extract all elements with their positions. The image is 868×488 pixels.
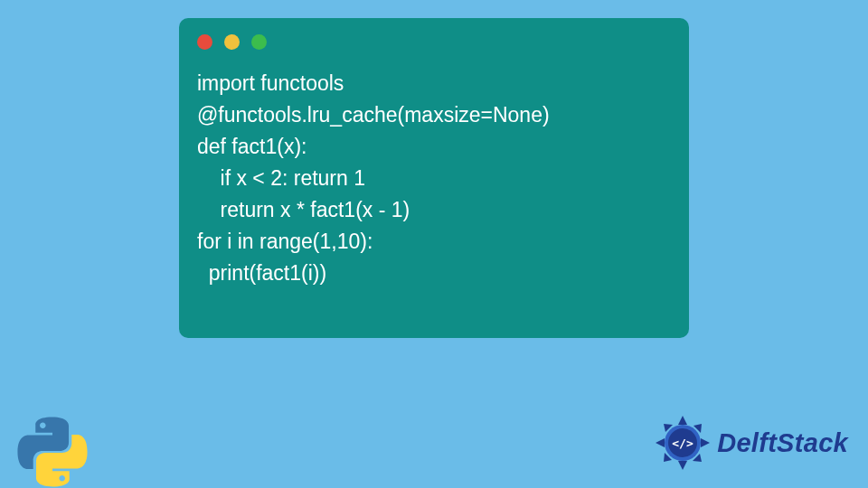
- code-line: def fact1(x):: [197, 131, 671, 163]
- code-line: for i in range(1,10):: [197, 226, 671, 258]
- code-line: import functools: [197, 68, 671, 99]
- delftstack-logo: </> DelftStack: [654, 414, 848, 472]
- code-line: print(fact1(i)): [197, 258, 671, 289]
- code-line: return x * fact1(x - 1): [197, 194, 671, 226]
- delftstack-brand-text: DelftStack: [717, 428, 848, 458]
- code-window: import functools @functools.lru_cache(ma…: [179, 18, 689, 338]
- svg-marker-4: [678, 461, 687, 470]
- close-icon: [197, 34, 212, 50]
- code-content: import functools @functools.lru_cache(ma…: [197, 68, 671, 289]
- window-controls: [197, 34, 671, 50]
- svg-marker-0: [678, 416, 687, 425]
- svg-marker-6: [656, 438, 665, 447]
- svg-marker-2: [701, 438, 710, 447]
- code-line: if x < 2: return 1: [197, 163, 671, 194]
- maximize-icon: [251, 34, 267, 50]
- svg-text:</>: </>: [672, 436, 693, 450]
- python-logo-icon: [16, 416, 89, 488]
- code-line: @functools.lru_cache(maxsize=None): [197, 99, 671, 131]
- minimize-icon: [224, 34, 240, 50]
- delftstack-badge-icon: </>: [654, 414, 712, 472]
